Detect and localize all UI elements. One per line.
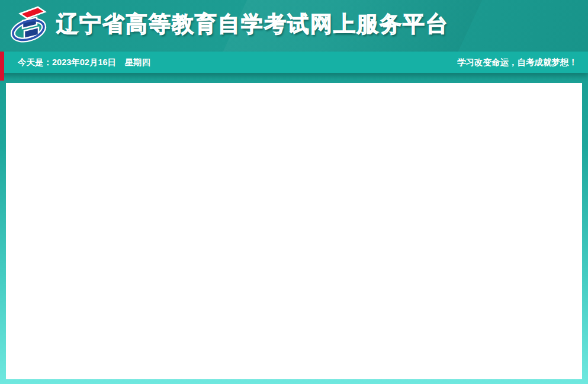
page-root: 辽宁省高等教育自学考试网上服务平台 今天是：2023年02月16日 星期四 学习… — [0, 0, 588, 384]
site-title: 辽宁省高等教育自学考试网上服务平台 — [56, 9, 449, 39]
red-accent-bar — [0, 52, 4, 81]
content-panel — [6, 83, 582, 379]
site-header: 辽宁省高等教育自学考试网上服务平台 — [0, 0, 588, 52]
current-date-text: 今天是：2023年02月16日 星期四 — [18, 52, 150, 73]
top-info-bar: 今天是：2023年02月16日 星期四 学习改变命运，自考成就梦想！ — [0, 52, 588, 73]
slogan-text: 学习改变命运，自考成就梦想！ — [457, 52, 577, 73]
site-logo-icon — [8, 4, 51, 48]
